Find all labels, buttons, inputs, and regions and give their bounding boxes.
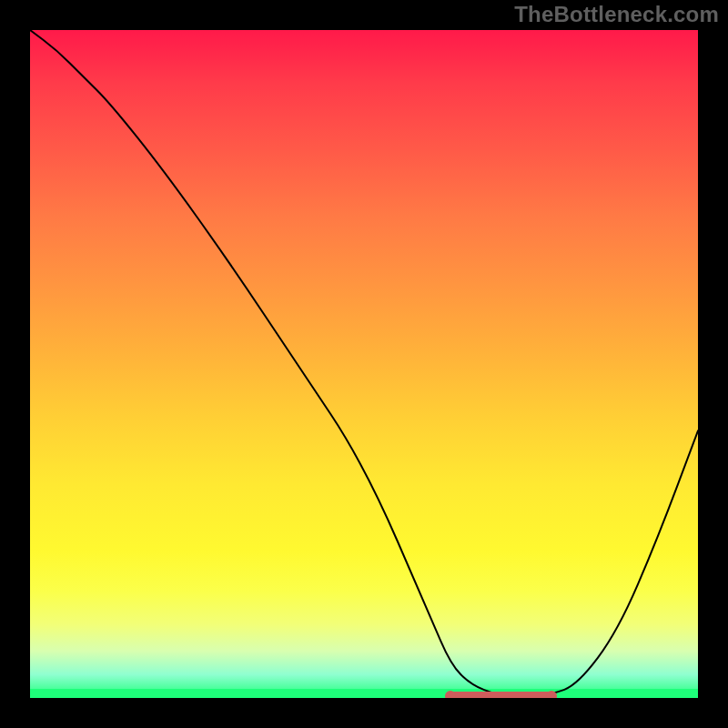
chart-container: TheBottleneck.com bbox=[0, 0, 728, 728]
plot-area bbox=[30, 30, 698, 698]
bottleneck-curve bbox=[30, 30, 698, 696]
bottleneck-curve-svg bbox=[30, 30, 698, 698]
minimum-dot-right bbox=[546, 691, 557, 698]
watermark-text: TheBottleneck.com bbox=[514, 2, 719, 27]
minimum-region-marker bbox=[450, 692, 551, 698]
